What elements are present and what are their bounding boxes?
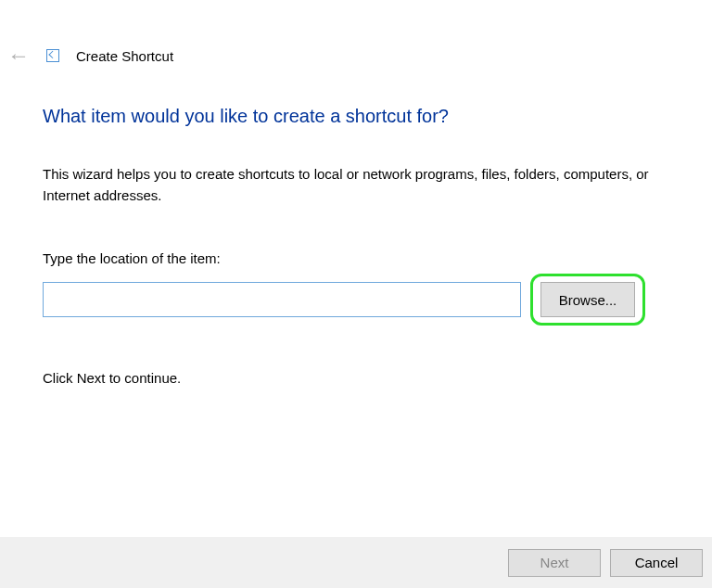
- page-heading: What item would you like to create a sho…: [43, 106, 669, 127]
- next-button[interactable]: Next: [508, 549, 601, 577]
- browse-button[interactable]: Browse...: [540, 282, 635, 317]
- shortcut-icon: [46, 49, 59, 62]
- window-title: Create Shortcut: [76, 48, 173, 64]
- browse-highlight: Browse...: [530, 274, 645, 326]
- location-input[interactable]: [43, 282, 521, 317]
- back-arrow-icon: ←: [7, 45, 30, 67]
- location-input-row: Browse...: [43, 274, 669, 326]
- wizard-description: This wizard helps you to create shortcut…: [43, 164, 669, 206]
- header-bar: ← Create Shortcut: [0, 0, 712, 67]
- continue-instruction: Click Next to continue.: [43, 370, 669, 386]
- cancel-button[interactable]: Cancel: [610, 549, 703, 577]
- dialog-footer: Next Cancel: [0, 537, 712, 588]
- location-label: Type the location of the item:: [43, 250, 669, 266]
- main-content: What item would you like to create a sho…: [0, 67, 712, 386]
